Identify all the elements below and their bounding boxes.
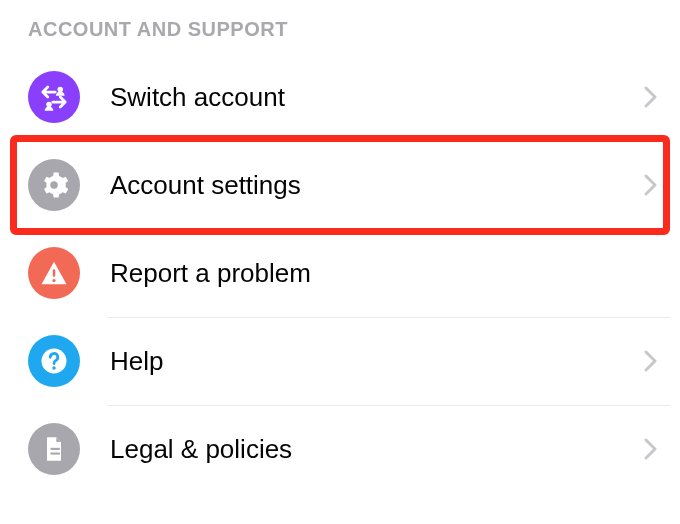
chevron-right-icon [644,173,658,197]
alert-icon [28,247,80,299]
svg-rect-8 [51,453,60,455]
svg-point-6 [52,366,56,370]
svg-point-2 [50,181,58,189]
switch-account-icon [28,71,80,123]
svg-point-4 [52,279,55,282]
row-switch-account[interactable]: Switch account [0,53,680,141]
document-icon [28,423,80,475]
section-header: ACCOUNT AND SUPPORT [0,0,680,53]
question-icon [28,335,80,387]
row-help[interactable]: Help [0,317,680,405]
row-label: Help [110,346,644,377]
row-label: Legal & policies [110,434,644,465]
svg-rect-3 [53,269,56,277]
row-label: Switch account [110,82,644,113]
chevron-right-icon [644,85,658,109]
svg-rect-7 [51,448,60,450]
row-label: Report a problem [110,258,658,289]
row-report-a-problem[interactable]: Report a problem [0,229,680,317]
row-legal-policies[interactable]: Legal & policies [0,405,680,493]
gear-icon [28,159,80,211]
settings-list: Switch account Account settings Report a [0,53,680,493]
chevron-right-icon [644,349,658,373]
row-account-settings[interactable]: Account settings [0,141,680,229]
row-label: Account settings [110,170,644,201]
chevron-right-icon [644,437,658,461]
